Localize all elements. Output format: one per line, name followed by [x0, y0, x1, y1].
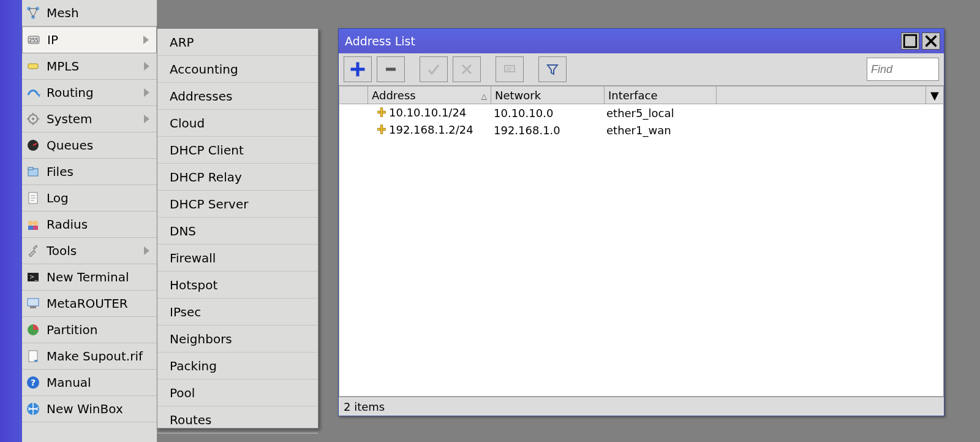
sidebar-item-label: Mesh: [47, 6, 152, 20]
table-row[interactable]: 10.10.10.1/2410.10.10.0ether5_local: [339, 104, 943, 121]
comment-button[interactable]: [496, 56, 524, 82]
sidebar-item-label: New WinBox: [47, 402, 152, 416]
terminal-icon: >_: [24, 269, 42, 286]
submenu-item-accounting[interactable]: Accounting: [157, 56, 318, 83]
submenu-arrow-icon: [144, 115, 149, 123]
address-icon: [376, 124, 387, 137]
radius-icon: [24, 216, 42, 233]
svg-rect-37: [505, 66, 514, 72]
minimize-button[interactable]: [901, 32, 919, 50]
svg-rect-5: [28, 64, 38, 69]
manual-icon: ?: [24, 374, 42, 391]
svg-rect-22: [28, 226, 33, 230]
submenu-arrow-icon: [143, 36, 149, 44]
enable-button[interactable]: [420, 56, 448, 82]
sidebar-item-new-winbox[interactable]: New WinBox: [22, 396, 157, 422]
sidebar-item-mesh[interactable]: Mesh: [22, 0, 157, 26]
svg-rect-34: [904, 35, 916, 47]
svg-rect-27: [30, 306, 36, 308]
column-spacer: [717, 86, 926, 104]
remove-button[interactable]: [377, 56, 405, 82]
submenu-item-dhcp-client[interactable]: DHCP Client: [157, 137, 318, 164]
partition-icon: [24, 321, 42, 338]
close-button[interactable]: [922, 32, 940, 50]
address-icon: [376, 107, 387, 120]
column-chooser[interactable]: ▼: [926, 86, 944, 104]
left-accent-strip: [0, 0, 22, 442]
svg-rect-26: [28, 299, 39, 306]
cell-network: 10.10.10.0: [494, 107, 553, 120]
submenu-item-dhcp-server[interactable]: DHCP Server: [157, 191, 318, 218]
ip-icon: 255: [25, 31, 42, 48]
disable-button[interactable]: [453, 56, 481, 82]
sidebar-item-files[interactable]: Files: [22, 159, 157, 185]
metarouter-icon: [24, 295, 42, 312]
sidebar-item-label: New Terminal: [47, 270, 152, 284]
sidebar-item-label: Manual: [47, 375, 152, 390]
sort-asc-icon: △: [481, 92, 487, 101]
submenu-item-firewall[interactable]: Firewall: [157, 245, 318, 272]
column-interface[interactable]: Interface: [605, 86, 717, 104]
mesh-icon: [24, 4, 42, 21]
submenu-ip: ARPAccountingAddressesCloudDHCP ClientDH…: [157, 28, 318, 429]
find-input[interactable]: [867, 58, 939, 81]
table-body[interactable]: 10.10.10.1/2410.10.10.0ether5_local192.1…: [339, 104, 944, 397]
submenu-item-cloud[interactable]: Cloud: [157, 110, 318, 137]
svg-rect-41: [380, 107, 383, 116]
files-icon: [24, 163, 42, 180]
sidebar-item-tools[interactable]: Tools: [22, 238, 157, 264]
sidebar-item-partition[interactable]: Partition: [22, 317, 157, 343]
submenu-item-neighbors[interactable]: Neighbors: [157, 326, 318, 352]
submenu-arrow-icon: [144, 246, 149, 255]
supout-icon: [24, 348, 42, 365]
sidebar-item-label: System: [47, 112, 139, 126]
tools-icon: [24, 242, 42, 259]
submenu-item-dhcp-relay[interactable]: DHCP Relay: [157, 164, 318, 191]
sidebar-item-log[interactable]: Log: [22, 185, 157, 211]
toolbar: [339, 53, 944, 86]
submenu-item-ipsec[interactable]: IPsec: [157, 299, 318, 326]
submenu-item-addresses[interactable]: Addresses: [157, 83, 318, 110]
sidebar-item-routing[interactable]: Routing: [22, 80, 157, 106]
sidebar-item-ip[interactable]: 255IP: [22, 26, 157, 53]
sidebar-item-label: Routing: [47, 85, 139, 100]
sidebar-item-metarouter[interactable]: MetaROUTER: [22, 291, 157, 317]
titlebar[interactable]: Address List: [339, 29, 944, 53]
column-address[interactable]: Address △: [368, 86, 491, 104]
svg-text:>_: >_: [29, 273, 38, 281]
filter-button[interactable]: [538, 56, 567, 82]
sidebar-item-label: Partition: [47, 322, 152, 337]
sidebar-item-label: IP: [47, 32, 138, 47]
svg-rect-23: [33, 226, 38, 230]
column-flag[interactable]: [339, 86, 368, 104]
column-network[interactable]: Network: [491, 86, 605, 104]
svg-point-20: [28, 221, 33, 226]
svg-rect-43: [380, 124, 383, 133]
sidebar-item-label: Radius: [47, 217, 152, 232]
address-list-window: Address List: [338, 28, 944, 416]
sidebar-item-new-terminal[interactable]: >_New Terminal: [22, 264, 157, 291]
sidebar-item-queues[interactable]: Queues: [22, 132, 157, 159]
svg-point-8: [32, 118, 34, 120]
mpls-icon: [24, 58, 42, 75]
table-row[interactable]: 192.168.1.2/24192.168.1.0ether1_wan: [339, 121, 943, 139]
sidebar-item-manual[interactable]: ?Manual: [22, 370, 157, 396]
submenu-item-routes[interactable]: Routes: [157, 406, 318, 433]
add-button[interactable]: [344, 56, 372, 82]
sidebar-item-label: Files: [47, 164, 152, 179]
sidebar-item-system[interactable]: System: [22, 106, 157, 132]
queues-icon: [24, 137, 42, 154]
submenu-item-arp[interactable]: ARP: [157, 29, 318, 56]
submenu-item-packing[interactable]: Packing: [157, 352, 318, 379]
svg-point-21: [33, 221, 38, 226]
sidebar-item-radius[interactable]: Radius: [22, 211, 157, 238]
routing-icon: [24, 84, 42, 101]
svg-text:255: 255: [29, 38, 38, 44]
submenu-arrow-icon: [144, 62, 149, 70]
sidebar-item-make-supout-rif[interactable]: Make Supout.rif: [22, 343, 157, 370]
sidebar-item-label: MPLS: [47, 59, 139, 74]
submenu-item-hotspot[interactable]: Hotspot: [157, 272, 318, 299]
submenu-item-dns[interactable]: DNS: [157, 218, 318, 245]
sidebar-item-mpls[interactable]: MPLS: [22, 53, 157, 80]
submenu-item-pool[interactable]: Pool: [157, 379, 318, 406]
